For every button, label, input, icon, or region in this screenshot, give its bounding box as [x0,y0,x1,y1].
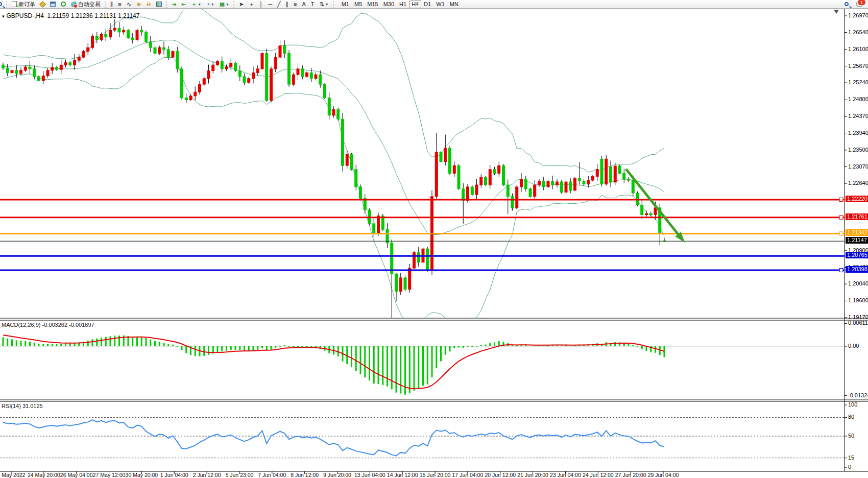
trendline-button[interactable]: ╱ [275,1,283,8]
chart-title: ▾GBPUSD-,H4 1.21159 1.21236 1.21131 1.21… [2,12,139,19]
time-axis-label: 2 Jun 12:00 [193,472,221,478]
resistance-line-1-price-tag: 1.22220 [846,196,868,202]
price-axis-tick: 1.23500 [848,147,868,153]
time-axis-label: 29 Jun 04:00 [648,472,679,478]
text-button[interactable]: A [300,1,307,8]
chart-canvas[interactable] [0,0,868,478]
fibonacci-icon: ≡ [294,1,297,8]
resistance-line-2-price-tag: 1.21761 [846,213,868,220]
rsi-axis-tick: 50 [848,433,854,439]
vertical-line-icon: │ [259,1,263,8]
fibonacci-button[interactable]: ≡ [292,1,299,8]
zoom-out-button[interactable]: ⊖ [144,1,153,8]
chevron-down-icon[interactable]: ▼ [325,3,329,6]
chevron-down-icon[interactable]: ▼ [226,3,229,6]
timeframe-mn[interactable]: MN [447,1,461,8]
toolbar-separator [6,1,8,8]
price-axis-tick: 1.26100 [848,46,868,52]
line-chart-icon: ∿ [127,1,131,8]
magnifier-icon [845,2,849,6]
toolbar: 新订单自动交易⫼⧈∿⊕⊖⇥⇤＋▼◔▼▦▼➤＋│─╱∥≡AT⇅▼M1M5M15M3… [0,0,868,9]
styler-button[interactable] [38,1,47,8]
search-button[interactable] [842,1,851,8]
time-axis-label: 5 Jun 23:00 [225,472,253,478]
toolbar-separator [233,1,235,8]
templates-icon: ▦ [220,1,225,8]
chart-window-icon [50,2,56,7]
line-chart-button[interactable]: ∿ [125,1,133,8]
highlighter-icon [39,1,46,8]
support-line-blue-1-price-tag: 1.20765 [846,252,868,258]
timeframe-w1[interactable]: W1 [433,1,447,8]
chart-ohlc-readout: 1.21159 1.21236 1.21131 1.21147 [47,12,140,19]
horizontal-line-button[interactable]: ─ [266,1,274,8]
arrows-button[interactable]: ⇅▼ [318,1,331,8]
timeframe-h1[interactable]: H1 [397,1,409,8]
price-axis-tick: 1.24370 [848,113,868,119]
signals-button[interactable] [59,1,68,8]
trendline-icon: ╱ [277,1,281,8]
chart-search-icon[interactable] [0,1,4,8]
price-axis-tick: 1.22640 [848,180,868,186]
signal-icon [61,2,66,7]
support-line-orange-handle[interactable] [839,232,843,235]
resistance-line-2-handle[interactable] [839,216,843,219]
indicators-icon: ＋ [191,1,197,8]
notifications-button[interactable] [854,1,865,8]
tile-windows-button[interactable] [154,1,164,8]
timeframe-group: M1M5M15M30H1H4D1W1MN [339,0,461,9]
chart-control-group: ⇥⇤＋▼◔▼▦▼ [169,0,232,9]
vertical-line-button[interactable]: │ [257,1,265,8]
indicators-button[interactable]: ＋▼ [189,1,203,8]
timeframe-m1[interactable]: M1 [339,1,352,8]
time-axis-label: 27 Jun 20:00 [615,472,646,478]
chevron-down-icon[interactable]: ▼ [211,3,214,6]
rsi-axis-tick: 0 [848,464,851,470]
time-axis-label: 26 May 04:00 [60,472,93,478]
timeframe-m30[interactable]: M30 [381,1,397,8]
toolbar-separator [104,1,107,8]
rsi-axis-tick: 15 [848,455,854,461]
chart-symbol-period: GBPUSD-,H4 [7,12,44,19]
tile-icon [156,2,162,7]
timeframe-m15[interactable]: M15 [365,1,380,8]
timeframe-m5[interactable]: M5 [352,1,365,8]
periods-button[interactable]: ◔▼ [204,1,216,8]
candlestick-chart-icon: ⧈ [118,1,122,8]
trade-group: 新订单自动交易 [9,0,103,9]
text-icon: A [302,1,305,8]
time-axis-label: 24 Jun 12:00 [583,472,614,478]
candlestick-chart-button[interactable]: ⧈ [116,1,124,8]
templates-button[interactable]: ▦▼ [218,1,231,8]
zoom-in-button[interactable]: ⊕ [134,1,143,8]
new-order-button[interactable]: 新订单 [10,1,37,8]
document-plus-icon [12,1,17,7]
new-chart-button[interactable] [48,1,58,8]
timeframe-d1[interactable]: D1 [421,1,433,8]
time-axis-label: 17 Jun 04:00 [452,472,484,478]
support-line-blue-2-handle[interactable] [839,268,843,272]
new-order-button-label: 新订单 [18,1,35,8]
time-axis-label: 15 Jun 20:00 [420,472,451,478]
timeframe-h4[interactable]: H4 [409,1,421,8]
auto-scroll-icon: ⇤ [181,1,186,8]
text-label-button[interactable]: T [309,1,317,8]
bar-chart-button[interactable]: ⫼ [108,1,115,8]
magnifier-icon [0,2,2,6]
time-axis-label: 23 Jun 04:00 [550,472,581,478]
chart-shift-button[interactable]: ⇥ [170,1,178,8]
resistance-line-1-handle[interactable] [839,198,843,201]
time-axis-label: 21 Jun 20:00 [517,472,548,478]
equidistant-channel-button[interactable]: ∥ [284,1,291,8]
chevron-down-icon[interactable]: ▼ [198,3,201,6]
crosshair-button[interactable]: ＋ [247,1,256,8]
price-axis-tick: 1.25240 [848,79,868,85]
crosshair-icon: ＋ [249,1,254,8]
auto-scroll-button[interactable]: ⇤ [179,1,188,8]
cursor-button[interactable]: ➤ [237,1,246,8]
collapse-triangle-icon[interactable]: ▾ [2,14,5,19]
time-axis-label: 13 Jun 04:00 [354,472,385,478]
price-axis-tick: 1.20040 [848,280,868,286]
bid-price-line-price-tag: 1.21147 [846,237,868,244]
auto-trading-button[interactable]: 自动交易 [69,1,103,8]
